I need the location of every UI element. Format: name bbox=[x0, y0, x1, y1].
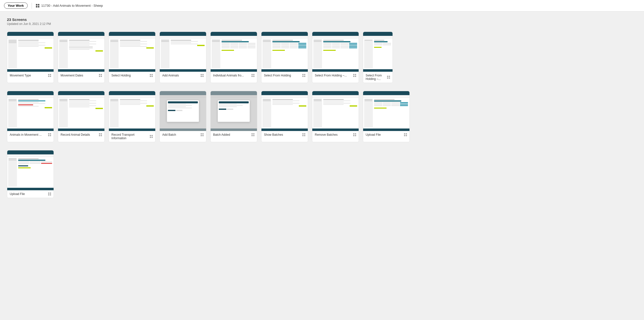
screen-card[interactable]: Animals in Movement ... bbox=[7, 91, 54, 142]
screen-card[interactable]: Select Holding bbox=[109, 32, 156, 83]
screen-label-row: Upload File bbox=[363, 131, 410, 138]
screen-label-row: Show Batches bbox=[262, 131, 308, 138]
screen-label-row: Select From Holding –... bbox=[363, 72, 392, 83]
screen-label-row: Upload File bbox=[7, 190, 54, 198]
screen-card[interactable]: Select From Holding bbox=[261, 32, 308, 83]
screen-card[interactable]: Upload File bbox=[363, 91, 410, 142]
screen-thumbnail bbox=[58, 91, 104, 131]
screen-thumbnail bbox=[109, 91, 155, 131]
main-content: 23 Screens Updated on Jun 9, 2021 2:12 P… bbox=[0, 11, 644, 204]
screen-label-row: Animals in Movement ... bbox=[7, 131, 54, 138]
screen-card[interactable]: Add Animals bbox=[160, 32, 206, 83]
screen-label-row: Movement Type bbox=[7, 72, 54, 79]
screen-menu-icon[interactable] bbox=[387, 76, 390, 79]
screen-thumbnail bbox=[262, 32, 308, 72]
screen-label: Remove Batches bbox=[315, 133, 338, 136]
screen-label: Add Batch bbox=[162, 133, 176, 136]
top-bar: Your Work 11730 - Add Animals to Movemen… bbox=[0, 0, 644, 11]
screen-label-row: Record Transport Information bbox=[109, 131, 155, 142]
screen-count: 23 Screens bbox=[7, 17, 637, 22]
screen-label-row: Batch Added bbox=[210, 131, 257, 138]
screen-card[interactable]: Select From Holding –... bbox=[363, 32, 393, 83]
screen-menu-icon[interactable] bbox=[252, 133, 254, 136]
screen-thumbnail bbox=[7, 150, 54, 190]
screen-label-row: Add Animals bbox=[160, 72, 206, 79]
screen-label: Batch Added bbox=[213, 133, 230, 136]
screen-thumbnail bbox=[109, 32, 155, 72]
screen-card[interactable]: Record Animal Details bbox=[58, 91, 105, 142]
screen-menu-icon[interactable] bbox=[48, 74, 51, 77]
your-work-button[interactable]: Your Work bbox=[4, 2, 28, 9]
screen-menu-icon[interactable] bbox=[201, 133, 204, 136]
screen-card[interactable]: Add Batch bbox=[160, 91, 206, 142]
screen-card[interactable]: Show Batches bbox=[261, 91, 308, 142]
screen-label: Record Animal Details bbox=[60, 133, 90, 136]
screen-label: Select From Holding –... bbox=[366, 74, 387, 81]
grid-icon bbox=[36, 4, 40, 7]
screen-menu-icon[interactable] bbox=[302, 74, 305, 77]
screen-menu-icon[interactable] bbox=[48, 193, 51, 196]
screen-thumbnail bbox=[363, 91, 410, 131]
screen-thumbnail bbox=[210, 91, 257, 131]
screen-menu-icon[interactable] bbox=[353, 74, 356, 77]
screen-label: Select From Holding –... bbox=[315, 74, 347, 77]
screen-menu-icon[interactable] bbox=[252, 74, 254, 77]
screen-menu-icon[interactable] bbox=[99, 74, 102, 77]
screen-thumbnail bbox=[7, 32, 54, 72]
screen-thumbnail bbox=[210, 32, 257, 72]
screen-card[interactable]: Movement Dates bbox=[58, 32, 105, 83]
screen-card[interactable]: Individual Animals fro... bbox=[210, 32, 257, 83]
screen-label: Animals in Movement ... bbox=[10, 133, 42, 136]
screens-grid: Movement Type bbox=[7, 32, 637, 198]
screen-label: Upload File bbox=[10, 192, 25, 196]
screen-card[interactable]: Movement Type bbox=[7, 32, 54, 83]
screen-card[interactable]: Select From Holding –... bbox=[312, 32, 359, 83]
screen-thumbnail bbox=[312, 91, 359, 131]
screen-label: Show Batches bbox=[264, 133, 283, 136]
screen-menu-icon[interactable] bbox=[302, 133, 305, 136]
screen-menu-icon[interactable] bbox=[48, 133, 51, 136]
screen-label: Movement Type bbox=[10, 74, 31, 77]
screen-label-row: Select Holding bbox=[109, 72, 155, 79]
screen-label-row: Remove Batches bbox=[312, 131, 359, 138]
screen-menu-icon[interactable] bbox=[201, 74, 204, 77]
screen-thumbnail bbox=[312, 32, 359, 72]
screen-label: Movement Dates bbox=[60, 74, 83, 77]
updated-text: Updated on Jun 9, 2021 2:12 PM bbox=[7, 22, 637, 26]
screen-thumbnail bbox=[363, 32, 392, 72]
screen-menu-icon[interactable] bbox=[404, 133, 407, 136]
screen-card[interactable]: Remove Batches bbox=[312, 91, 359, 142]
modal-overlay bbox=[218, 100, 250, 122]
divider bbox=[32, 3, 32, 9]
screen-menu-icon[interactable] bbox=[150, 74, 153, 77]
screen-label: Upload File bbox=[366, 133, 381, 136]
screen-label-row: Record Animal Details bbox=[58, 131, 104, 138]
breadcrumb-area: 11730 - Add Animals to Movement - Sheep bbox=[36, 4, 103, 7]
screen-card[interactable]: Upload File bbox=[7, 150, 54, 198]
screen-menu-icon[interactable] bbox=[353, 133, 356, 136]
screen-thumbnail bbox=[160, 91, 206, 131]
screen-label-row: Movement Dates bbox=[58, 72, 104, 79]
screen-label: Add Animals bbox=[162, 74, 179, 77]
screen-thumbnail bbox=[58, 32, 104, 72]
screen-label-row: Select From Holding bbox=[262, 72, 308, 79]
screen-label: Select Holding bbox=[112, 74, 130, 77]
screen-label: Individual Animals fro... bbox=[213, 74, 244, 77]
screen-label: Select From Holding bbox=[264, 74, 291, 77]
screen-thumbnail bbox=[7, 91, 54, 131]
screen-label-row: Individual Animals fro... bbox=[210, 72, 257, 79]
screen-label: Record Transport Information bbox=[112, 133, 150, 140]
screen-label-row: Select From Holding –... bbox=[312, 72, 359, 79]
breadcrumb-text: 11730 - Add Animals to Movement - Sheep bbox=[41, 4, 103, 7]
screen-card[interactable]: Batch Added bbox=[210, 91, 257, 142]
screen-thumbnail bbox=[160, 32, 206, 72]
modal-overlay bbox=[167, 100, 199, 122]
screen-card[interactable]: Record Transport Information bbox=[109, 91, 156, 142]
screen-thumbnail bbox=[262, 91, 308, 131]
screen-menu-icon[interactable] bbox=[99, 133, 102, 136]
screen-menu-icon[interactable] bbox=[150, 135, 153, 138]
screen-label-row: Add Batch bbox=[160, 131, 206, 138]
